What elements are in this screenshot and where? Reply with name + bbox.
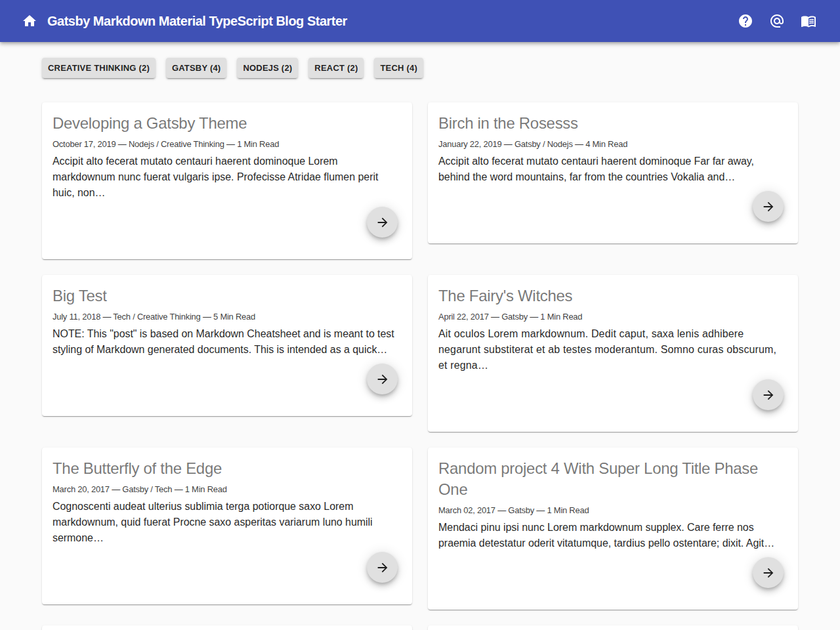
tag-chip[interactable]: NODEJS (2) — [237, 58, 298, 78]
post-title: The Fairy's Witches — [438, 285, 788, 306]
post-excerpt: Mendaci pinu ipsi nunc Lorem markdownum … — [438, 520, 788, 551]
tag-chip[interactable]: REACT (2) — [308, 58, 364, 78]
help-button[interactable] — [730, 5, 761, 37]
tag-filter-row: CREATIVE THINKING (2) GATSBY (4) NODEJS … — [42, 58, 798, 78]
post-grid: Developing a Gatsby Theme October 17, 20… — [42, 102, 798, 630]
post-excerpt: NOTE: This "post" is based on Markdown C… — [52, 326, 402, 358]
post-actions — [52, 358, 402, 416]
alternate-email-icon — [769, 13, 785, 29]
menu-book-icon — [801, 13, 816, 29]
arrow-forward-icon — [761, 200, 776, 214]
post-title: Birch in the Rosesss — [438, 113, 788, 134]
post-card: The Butterfly of the Edge March 20, 2017… — [42, 448, 412, 604]
post-card-partial — [428, 625, 798, 630]
post-card: Big Test July 11, 2018 — Tech / Creative… — [42, 275, 412, 416]
post-meta: April 22, 2017 — Gatsby — 1 Min Read — [438, 310, 788, 324]
arrow-forward-icon — [375, 560, 390, 575]
post-excerpt: Accipit alto fecerat mutato centauri hae… — [438, 154, 788, 185]
help-icon — [738, 13, 753, 29]
read-more-button[interactable] — [367, 552, 398, 583]
post-card-partial — [42, 625, 412, 630]
post-excerpt: Ait oculos Lorem markdownum. Dedit caput… — [438, 326, 788, 373]
arrow-forward-icon — [761, 388, 776, 402]
home-icon — [22, 13, 37, 29]
home-button[interactable] — [14, 5, 45, 37]
post-actions — [52, 546, 402, 604]
post-actions — [52, 201, 402, 259]
post-actions — [438, 373, 788, 432]
post-card: Developing a Gatsby Theme October 17, 20… — [42, 102, 412, 259]
post-meta: March 02, 2017 — Gatsby — 1 Min Read — [438, 504, 788, 517]
read-more-button[interactable] — [367, 364, 398, 394]
post-actions — [438, 551, 788, 610]
post-title: Random project 4 With Super Long Title P… — [438, 458, 788, 500]
app-bar: Gatsby Markdown Material TypeScript Blog… — [0, 0, 840, 42]
app-title: Gatsby Markdown Material TypeScript Blog… — [47, 14, 347, 29]
post-card: Birch in the Rosesss January 22, 2019 — … — [428, 102, 798, 243]
post-excerpt: Accipit alto fecerat mutato centauri hae… — [52, 154, 402, 201]
tag-chip[interactable]: CREATIVE THINKING (2) — [42, 58, 156, 78]
post-title: The Butterfly of the Edge — [52, 458, 402, 479]
post-actions — [438, 185, 788, 243]
post-meta: July 11, 2018 — Tech / Creative Thinking… — [52, 310, 402, 324]
blog-book-button[interactable] — [793, 5, 824, 37]
post-title: Big Test — [52, 285, 402, 306]
post-card: The Fairy's Witches April 22, 2017 — Gat… — [428, 275, 798, 432]
read-more-button[interactable] — [753, 557, 784, 588]
main-content: CREATIVE THINKING (2) GATSBY (4) NODEJS … — [26, 58, 814, 630]
arrow-forward-icon — [375, 215, 390, 230]
post-excerpt: Cognoscenti audeat ulterius sublimia ter… — [52, 499, 402, 546]
post-meta: March 20, 2017 — Gatsby / Tech — 1 Min R… — [52, 483, 402, 496]
post-title: Developing a Gatsby Theme — [52, 113, 402, 134]
read-more-button[interactable] — [753, 191, 784, 222]
post-meta: January 22, 2019 — Gatsby / Nodejs — 4 M… — [438, 138, 788, 151]
arrow-forward-icon — [375, 372, 390, 387]
read-more-button[interactable] — [753, 379, 784, 410]
arrow-forward-icon — [761, 566, 776, 580]
contact-button[interactable] — [761, 5, 793, 37]
post-meta: October 17, 2019 — Nodejs / Creative Thi… — [52, 138, 402, 151]
tag-chip[interactable]: GATSBY (4) — [166, 58, 226, 78]
read-more-button[interactable] — [367, 207, 398, 238]
post-card: Random project 4 With Super Long Title P… — [428, 448, 798, 610]
tag-chip[interactable]: TECH (4) — [374, 58, 423, 78]
